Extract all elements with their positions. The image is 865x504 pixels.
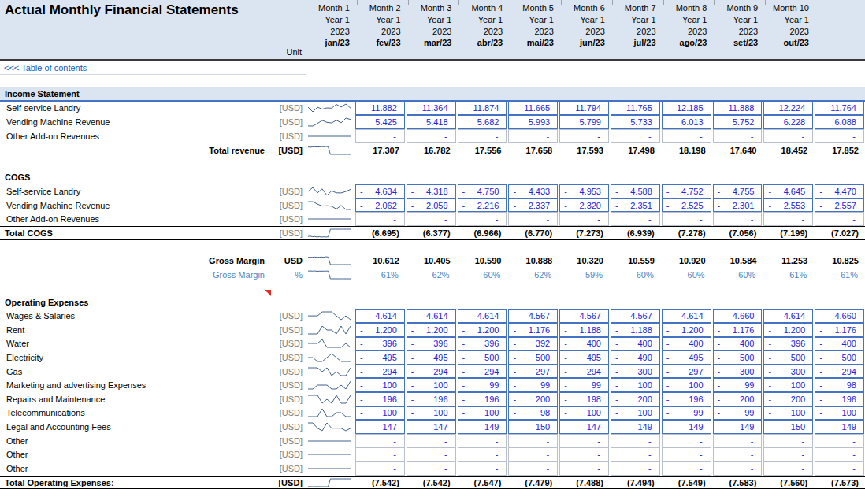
data-cell[interactable]: -396: [406, 337, 457, 351]
data-cell[interactable]: -500: [712, 350, 763, 365]
data-cell[interactable]: -1.200: [457, 323, 508, 337]
data-cell[interactable]: -1.188: [610, 323, 661, 337]
data-cell[interactable]: -100: [406, 406, 457, 421]
data-cell[interactable]: 11.888: [712, 102, 763, 116]
data-cell[interactable]: -495: [406, 350, 457, 365]
data-cell[interactable]: -100: [355, 378, 406, 392]
data-cell[interactable]: -100: [457, 406, 508, 421]
data-cell[interactable]: 11.364: [406, 102, 457, 116]
data-cell[interactable]: -1.176: [712, 323, 763, 337]
data-cell[interactable]: -4.614: [763, 309, 814, 324]
data-cell[interactable]: -4.567: [507, 309, 559, 324]
data-cell[interactable]: -100: [763, 378, 814, 392]
data-cell[interactable]: 11.794: [559, 102, 610, 116]
data-cell[interactable]: -2.301: [712, 198, 763, 213]
data-cell[interactable]: -: [712, 212, 763, 226]
data-cell[interactable]: -: [763, 447, 814, 461]
data-cell[interactable]: -4.470: [814, 184, 865, 198]
data-cell[interactable]: -100: [559, 406, 610, 421]
data-cell[interactable]: -: [712, 447, 763, 461]
data-cell[interactable]: -99: [661, 406, 712, 421]
data-cell[interactable]: -: [355, 434, 406, 448]
data-cell[interactable]: 5.425: [355, 115, 406, 129]
data-cell[interactable]: -150: [763, 420, 814, 434]
data-cell[interactable]: -: [610, 129, 661, 143]
data-cell[interactable]: -: [763, 461, 814, 476]
data-cell[interactable]: -400: [661, 337, 712, 351]
data-cell[interactable]: -294: [355, 365, 406, 379]
data-cell[interactable]: -: [406, 447, 457, 461]
data-cell[interactable]: -200: [507, 392, 559, 406]
data-cell[interactable]: -: [559, 461, 610, 476]
data-cell[interactable]: -: [814, 447, 865, 461]
data-cell[interactable]: -: [763, 212, 814, 226]
data-cell[interactable]: -: [457, 212, 508, 226]
data-cell[interactable]: -300: [763, 365, 814, 379]
data-cell[interactable]: -196: [406, 392, 457, 406]
data-cell[interactable]: -1.200: [355, 323, 406, 337]
data-cell[interactable]: -149: [712, 420, 763, 434]
data-cell[interactable]: -150: [507, 420, 559, 434]
data-cell[interactable]: -2.557: [814, 198, 865, 213]
data-cell[interactable]: 11.874: [457, 102, 508, 116]
data-cell[interactable]: -: [355, 212, 406, 226]
data-cell[interactable]: -: [661, 447, 712, 461]
data-cell[interactable]: -99: [507, 378, 559, 392]
data-cell[interactable]: -99: [559, 378, 610, 392]
data-cell[interactable]: -4.433: [507, 184, 559, 198]
data-cell[interactable]: -2.059: [406, 198, 457, 213]
data-cell[interactable]: -99: [712, 406, 763, 421]
data-cell[interactable]: -: [814, 461, 865, 476]
data-cell[interactable]: 5.682: [457, 115, 508, 129]
data-cell[interactable]: -1.176: [507, 323, 559, 337]
data-cell[interactable]: 5.993: [507, 115, 559, 129]
data-cell[interactable]: -2.216: [457, 198, 508, 213]
data-cell[interactable]: -495: [559, 350, 610, 365]
data-cell[interactable]: -99: [457, 378, 508, 392]
data-cell[interactable]: -2.351: [610, 198, 661, 213]
toc-link[interactable]: <<< Table of contents: [4, 63, 87, 72]
data-cell[interactable]: -: [457, 129, 508, 143]
data-cell[interactable]: -400: [559, 337, 610, 351]
data-cell[interactable]: -294: [457, 365, 508, 379]
data-cell[interactable]: 11.665: [507, 102, 559, 116]
data-cell[interactable]: -: [507, 434, 559, 448]
data-cell[interactable]: -4.614: [355, 309, 406, 324]
data-cell[interactable]: -149: [814, 420, 865, 434]
data-cell[interactable]: -2.320: [559, 198, 610, 213]
data-cell[interactable]: -4.318: [406, 184, 457, 198]
data-cell[interactable]: -495: [355, 350, 406, 365]
data-cell[interactable]: 5.733: [610, 115, 661, 129]
data-cell[interactable]: -396: [355, 337, 406, 351]
data-cell[interactable]: -: [559, 212, 610, 226]
data-cell[interactable]: -396: [457, 337, 508, 351]
data-cell[interactable]: 5.799: [559, 115, 610, 129]
data-cell[interactable]: -: [610, 461, 661, 476]
data-cell[interactable]: -: [507, 212, 559, 226]
data-cell[interactable]: -149: [610, 420, 661, 434]
data-cell[interactable]: -297: [661, 365, 712, 379]
data-cell[interactable]: -500: [763, 350, 814, 365]
data-cell[interactable]: -4.634: [355, 184, 406, 198]
data-cell[interactable]: -: [355, 129, 406, 143]
data-cell[interactable]: 6.088: [814, 115, 865, 129]
data-cell[interactable]: -149: [457, 420, 508, 434]
data-cell[interactable]: -: [559, 447, 610, 461]
data-cell[interactable]: -100: [406, 378, 457, 392]
data-cell[interactable]: -1.200: [661, 323, 712, 337]
data-cell[interactable]: -: [610, 212, 661, 226]
data-cell[interactable]: -100: [763, 406, 814, 421]
data-cell[interactable]: -297: [507, 365, 559, 379]
data-cell[interactable]: 11.764: [814, 102, 865, 116]
data-cell[interactable]: -4.614: [457, 309, 508, 324]
data-cell[interactable]: -1.176: [814, 323, 865, 337]
data-cell[interactable]: -: [712, 129, 763, 143]
data-cell[interactable]: -98: [814, 378, 865, 392]
data-cell[interactable]: -4.752: [661, 184, 712, 198]
data-cell[interactable]: -: [355, 447, 406, 461]
data-cell[interactable]: -300: [712, 365, 763, 379]
data-cell[interactable]: -400: [814, 337, 865, 351]
data-cell[interactable]: -4.645: [763, 184, 814, 198]
data-cell[interactable]: 11.882: [355, 102, 406, 116]
data-cell[interactable]: -1.188: [559, 323, 610, 337]
